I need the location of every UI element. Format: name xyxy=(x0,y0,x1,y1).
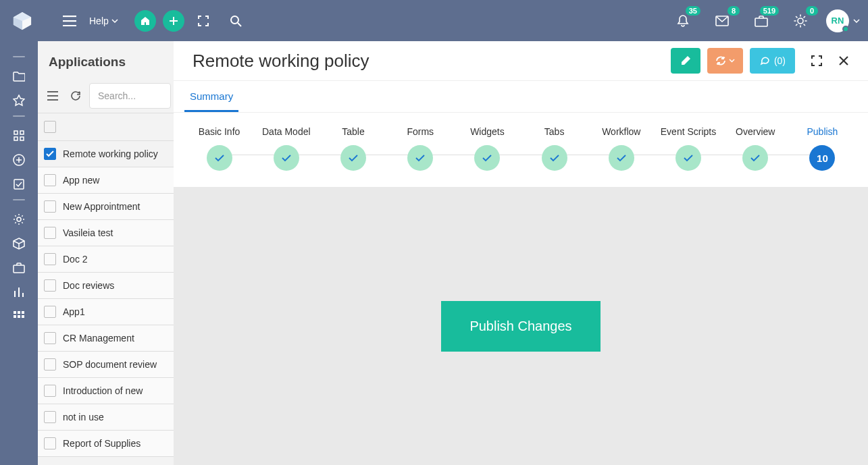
tab-summary[interactable]: Summary xyxy=(184,81,238,112)
row-checkbox[interactable] xyxy=(44,279,56,292)
application-row[interactable]: SOP document review xyxy=(38,352,174,378)
application-row[interactable]: CR Management xyxy=(38,325,174,352)
rail-briefcase-icon[interactable] xyxy=(5,256,32,280)
step-check-icon xyxy=(407,145,433,171)
nav-rail xyxy=(0,41,38,465)
comments-button[interactable]: (0) xyxy=(750,48,795,74)
application-row[interactable]: App new xyxy=(38,167,174,194)
fullscreen-icon[interactable] xyxy=(191,9,215,33)
application-row[interactable]: Introduction of new xyxy=(38,378,174,404)
step-check-icon xyxy=(340,145,366,171)
svg-rect-23 xyxy=(14,137,18,140)
wizard-step[interactable]: Data Model xyxy=(253,126,320,171)
summary-panel: Basic InfoData ModelTableFormsWidgetsTab… xyxy=(174,112,868,187)
application-row[interactable]: Doc 2 xyxy=(38,246,174,273)
svg-line-20 xyxy=(796,24,798,26)
application-name: App1 xyxy=(63,306,85,317)
application-row[interactable]: Doc reviews xyxy=(38,273,174,299)
svg-line-18 xyxy=(804,24,805,26)
refresh-icon[interactable] xyxy=(66,86,85,105)
rail-package-icon[interactable] xyxy=(5,231,32,256)
wizard-step[interactable]: Overview xyxy=(722,126,789,171)
application-row[interactable]: New Approintment xyxy=(38,194,174,220)
select-all-checkbox[interactable] xyxy=(44,121,56,133)
help-label: Help xyxy=(89,16,109,26)
row-checkbox[interactable] xyxy=(44,332,56,344)
publish-changes-button[interactable]: Publish Changes xyxy=(441,301,600,352)
row-checkbox[interactable] xyxy=(44,174,56,186)
row-checkbox[interactable] xyxy=(44,200,56,213)
expand-icon[interactable] xyxy=(805,49,829,73)
home-button[interactable] xyxy=(134,10,156,32)
application-row[interactable]: not in use xyxy=(38,404,174,431)
rail-apps-icon[interactable] xyxy=(5,304,32,329)
wizard-step[interactable]: Basic Info xyxy=(186,126,253,171)
svg-rect-24 xyxy=(20,137,24,140)
avatar-initials: RN xyxy=(832,16,844,26)
rail-check-icon[interactable] xyxy=(5,172,32,196)
list-header-row xyxy=(38,113,174,141)
row-checkbox[interactable] xyxy=(44,306,56,318)
wizard-step[interactable]: Publish10 xyxy=(789,126,856,171)
svg-rect-7 xyxy=(170,20,178,22)
user-menu[interactable]: RN xyxy=(826,9,860,32)
publish-area: Publish Changes xyxy=(174,187,868,465)
sync-dropdown-button[interactable] xyxy=(707,48,743,74)
edit-button[interactable] xyxy=(671,48,700,74)
list-menu-icon[interactable] xyxy=(43,86,62,105)
rail-separator xyxy=(13,115,25,117)
application-name: Remote working policy xyxy=(63,148,158,159)
row-checkbox[interactable] xyxy=(44,358,56,371)
row-checkbox[interactable] xyxy=(44,385,56,397)
notifications-mail[interactable]: 8 xyxy=(709,7,736,34)
wizard-step[interactable]: Workflow xyxy=(588,126,655,171)
search-input[interactable] xyxy=(89,83,171,109)
svg-rect-37 xyxy=(14,315,16,318)
svg-point-12 xyxy=(798,18,803,24)
step-label: Widgets xyxy=(470,126,505,137)
theme-toggle[interactable]: 0 xyxy=(787,7,814,34)
wizard-step[interactable]: Forms xyxy=(387,126,454,171)
rail-chart-icon[interactable] xyxy=(5,280,32,304)
svg-rect-34 xyxy=(14,311,16,314)
rail-gear-icon[interactable] xyxy=(5,207,32,231)
theme-badge: 0 xyxy=(806,6,818,16)
application-row[interactable]: Report of Supplies xyxy=(38,431,174,457)
application-row[interactable]: Vasileia test xyxy=(38,220,174,246)
application-row[interactable]: Remote working policy xyxy=(38,141,174,167)
search-icon[interactable] xyxy=(224,9,248,33)
step-check-icon xyxy=(609,145,634,171)
row-checkbox[interactable] xyxy=(44,253,56,265)
row-checkbox[interactable] xyxy=(44,437,56,449)
application-name: Introduction of new xyxy=(63,385,143,396)
rail-folder-icon[interactable] xyxy=(5,64,32,88)
row-checkbox[interactable] xyxy=(44,411,56,423)
step-check-icon xyxy=(542,145,567,171)
step-check-icon xyxy=(274,145,299,171)
svg-line-9 xyxy=(238,23,241,26)
svg-rect-36 xyxy=(22,311,24,314)
close-icon[interactable] xyxy=(832,49,856,73)
step-label: Forms xyxy=(407,126,434,137)
help-menu[interactable]: Help xyxy=(89,16,118,26)
rail-add-icon[interactable] xyxy=(5,148,32,172)
wizard-step[interactable]: Table xyxy=(320,126,386,171)
wizard-step[interactable]: Tabs xyxy=(521,126,588,171)
row-checkbox[interactable] xyxy=(44,148,56,160)
application-name: not in use xyxy=(63,412,104,422)
menu-icon[interactable] xyxy=(61,12,78,30)
row-checkbox[interactable] xyxy=(44,227,56,239)
notifications-bell[interactable]: 35 xyxy=(669,7,696,34)
wizard-step[interactable]: Widgets xyxy=(454,126,521,171)
step-label: Event Scripts xyxy=(661,126,716,137)
notifications-briefcase[interactable]: 519 xyxy=(748,7,775,34)
app-logo[interactable] xyxy=(9,8,35,34)
rail-grid-icon[interactable] xyxy=(5,124,32,148)
content-header: Remote working policy (0) xyxy=(174,41,868,80)
application-row[interactable]: App1 xyxy=(38,299,174,325)
add-button[interactable] xyxy=(163,10,184,32)
wizard-step[interactable]: Event Scripts xyxy=(655,126,721,171)
comments-count: (0) xyxy=(774,55,786,66)
svg-point-29 xyxy=(17,217,21,221)
rail-star-icon[interactable] xyxy=(5,88,32,113)
